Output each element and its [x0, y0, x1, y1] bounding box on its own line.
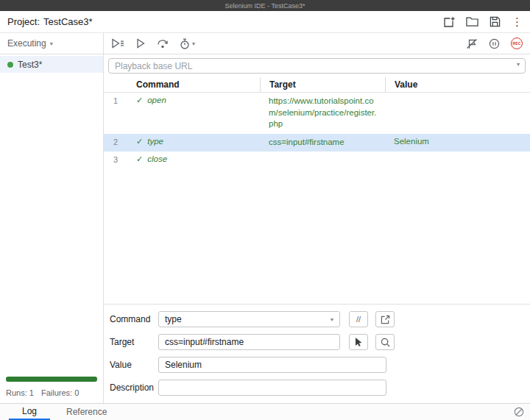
selenium-ide-window: Selenium IDE - TestCase3* Project: TestC… — [0, 0, 530, 420]
circle-slash-icon — [514, 407, 524, 417]
tab-reference[interactable]: Reference — [63, 404, 110, 420]
folder-icon — [466, 16, 478, 27]
commands-table-header: Command Target Value — [104, 77, 530, 93]
test-state-label: Executing — [7, 38, 46, 49]
test-state-dropdown[interactable]: Executing ▾ — [0, 33, 104, 54]
select-target-button[interactable] — [349, 334, 368, 350]
overflow-menu-button[interactable]: ⋮ — [512, 16, 523, 27]
row-number: 2 — [104, 137, 127, 146]
rec-icon: REC — [512, 41, 520, 46]
project-name: TestCase3* — [43, 16, 92, 27]
run-current-test-button[interactable] — [135, 38, 146, 49]
toolbar: Executing ▾ ▾ RE — [0, 33, 530, 54]
disable-breakpoints-button[interactable] — [466, 38, 478, 49]
check-icon: ✓ — [136, 137, 143, 146]
table-row[interactable]: 3 ✓ close — [104, 152, 530, 168]
test-name: Test3* — [18, 60, 42, 70]
find-target-button[interactable] — [375, 334, 395, 350]
pause-circle-icon — [489, 38, 500, 49]
runs-count: Runs: 1 — [6, 388, 34, 397]
file-plus-icon — [443, 16, 455, 28]
chevron-down-icon: ▾ — [517, 61, 520, 68]
target-field-label: Target — [110, 337, 155, 347]
target-input[interactable] — [158, 334, 340, 350]
step-over-icon — [157, 38, 169, 49]
command-select[interactable]: type ▾ — [158, 311, 340, 327]
tests-sidebar: Test3* Runs: 1 Failures: 0 — [0, 54, 104, 403]
kebab-menu-icon: ⋮ — [512, 16, 523, 27]
test-status-dot-icon — [7, 62, 13, 68]
test-speed-button[interactable]: ▾ — [180, 38, 195, 49]
window-title: Selenium IDE - TestCase3* — [225, 2, 305, 10]
open-project-button[interactable] — [466, 16, 478, 27]
bottom-panel-tabs: Log Reference — [0, 403, 530, 420]
check-icon: ✓ — [136, 154, 143, 164]
playback-base-url-input[interactable] — [108, 58, 526, 74]
value-field-label: Value — [110, 360, 155, 370]
regex-button[interactable]: // — [349, 311, 368, 327]
run-summary: Runs: 1 Failures: 0 — [0, 372, 103, 403]
description-input[interactable] — [158, 380, 386, 396]
row-number: 1 — [104, 96, 127, 105]
description-field-label: Description — [110, 382, 155, 393]
failures-count: Failures: 0 — [41, 388, 79, 397]
run-all-tests-button[interactable] — [111, 38, 124, 49]
chevron-down-icon: ▾ — [331, 316, 333, 323]
project-header: Project: TestCase3* ⋮ — [0, 11, 530, 33]
run-progress-bar — [6, 377, 97, 382]
cursor-pointer-icon — [354, 337, 363, 347]
value-input[interactable] — [158, 357, 386, 373]
flag-slash-icon — [466, 38, 478, 49]
value-cell: Selenium — [385, 137, 530, 146]
table-row[interactable]: 2 ✓ type css=input#firstname Selenium — [104, 134, 530, 152]
record-button[interactable]: REC — [511, 38, 523, 49]
search-icon — [381, 338, 390, 347]
chevron-down-icon: ▾ — [192, 40, 195, 47]
save-project-button[interactable] — [490, 16, 501, 27]
row-number: 3 — [104, 154, 127, 164]
command-cell: open — [147, 96, 166, 105]
test-editor: ▾ Command Target Value 1 ✓ open https://… — [104, 54, 530, 403]
target-cell: css=input#firstname — [260, 137, 385, 149]
tab-log[interactable]: Log — [9, 404, 50, 420]
clear-log-button[interactable] — [514, 407, 524, 417]
pause-on-exceptions-button[interactable] — [489, 38, 500, 49]
target-cell: https://www.tutorialspoint.com/selenium/… — [260, 96, 385, 130]
project-label: Project: — [7, 16, 40, 27]
command-cell: close — [147, 154, 167, 164]
play-icon — [135, 38, 146, 49]
table-row[interactable]: 1 ✓ open https://www.tutorialspoint.com/… — [104, 93, 530, 134]
step-over-button[interactable] — [157, 38, 169, 49]
chevron-down-icon: ▾ — [50, 40, 53, 47]
save-icon — [490, 16, 501, 27]
play-all-icon — [111, 38, 124, 49]
column-header-target: Target — [260, 77, 385, 92]
sidebar-item-test3[interactable]: Test3* — [0, 56, 103, 73]
stopwatch-icon — [180, 38, 190, 49]
column-header-value: Value — [385, 77, 530, 92]
check-icon: ✓ — [136, 96, 143, 105]
open-in-new-icon — [381, 315, 390, 324]
open-reference-button[interactable] — [375, 311, 395, 327]
command-cell: type — [147, 137, 163, 146]
command-field-label: Command — [110, 314, 155, 324]
command-detail-form: Command type ▾ // Target — [104, 304, 530, 403]
new-project-button[interactable] — [443, 16, 455, 28]
column-header-command: Command — [127, 77, 260, 92]
titlebar: Selenium IDE - TestCase3* — [0, 0, 530, 11]
